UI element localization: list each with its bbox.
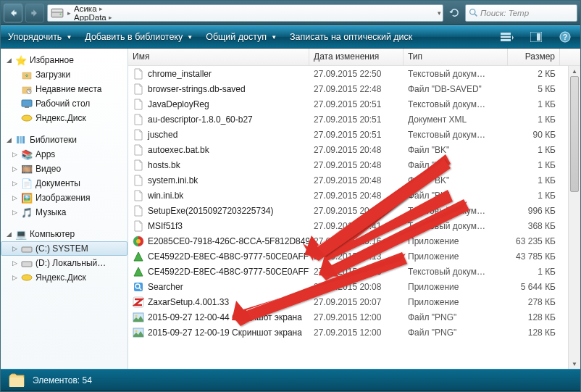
- file-type: Приложение: [404, 251, 508, 262]
- file-row[interactable]: browser-strings.db-saved27.09.2015 22:48…: [128, 81, 580, 96]
- search-input[interactable]: Поиск: Temp: [465, 4, 577, 22]
- sidebar-item-music[interactable]: ▷🎵Музыка: [1, 205, 128, 220]
- file-name: MSIf51f3: [148, 221, 183, 231]
- column-size[interactable]: Размер: [508, 49, 560, 65]
- svg-line-4: [475, 14, 477, 16]
- sidebar-item-desktop[interactable]: Рабочий стол: [1, 96, 128, 111]
- file-type: Файл "PNG": [404, 312, 508, 322]
- file-size: 1 КБ: [508, 114, 560, 125]
- file-date: 27.09.2015 20:51: [309, 130, 404, 140]
- file-type: Текстовый докум…: [404, 130, 508, 140]
- svg-rect-7: [501, 39, 511, 41]
- file-name: SetupExe(20150927203225734): [148, 206, 273, 216]
- sidebar-item-drive-c[interactable]: ▷(C:) SYSTEM: [1, 241, 128, 256]
- back-button[interactable]: [4, 4, 22, 22]
- file-row[interactable]: au-descriptor-1.8.0_60-b2727.09.2015 20:…: [128, 112, 580, 127]
- file-row[interactable]: 2015-09-27 12-00-44 Скриншот экрана27.09…: [128, 309, 580, 325]
- file-row[interactable]: hosts.bk27.09.2015 20:48Файл "BK"1 КБ: [128, 157, 580, 172]
- file-name: 2015-09-27 12-00-19 Скриншот экрана: [148, 328, 302, 338]
- file-type: Файл "BK": [404, 160, 508, 170]
- sidebar-item-yandex-disk[interactable]: Яндекс.Диск: [1, 111, 128, 125]
- scroll-down-button[interactable]: ▼: [569, 359, 580, 369]
- breadcrumb-segment[interactable]: Асика▸: [71, 4, 138, 13]
- file-row[interactable]: chrome_installer27.09.2015 22:50Текстовы…: [128, 66, 580, 81]
- breadcrumb[interactable]: ▸ (C:) SYSTEM▸Пользователи▸Асика▸AppData…: [47, 4, 443, 22]
- file-row[interactable]: CE45922D-E8EC-4B8C-9777-50CE0AFF7EEF27.0…: [128, 264, 580, 279]
- file-row[interactable]: system.ini.bk27.09.2015 20:48Файл "BK"1 …: [128, 172, 580, 188]
- file-name: E2085CE0-7918-426C-8CCA-5F812D849749: [148, 236, 309, 246]
- sidebar-item-documents[interactable]: ▷📄Документы: [1, 176, 128, 191]
- folder-icon: [8, 372, 25, 389]
- desktop-icon: [21, 98, 33, 109]
- add-to-library-button[interactable]: Добавить в библиотеку▼: [85, 32, 193, 42]
- file-size: 368 КБ: [508, 221, 560, 231]
- burn-disc-button[interactable]: Записать на оптический диск: [290, 32, 412, 42]
- help-button[interactable]: ?: [557, 29, 573, 45]
- file-list-pane: Имя Дата изменения Тип Размер chrome_ins…: [128, 49, 580, 369]
- vertical-scrollbar[interactable]: ▲ ▼: [568, 66, 580, 369]
- sidebar: ◢⭐Избранное Загрузки Недавние места Рабо…: [1, 49, 128, 369]
- sidebar-computer[interactable]: ◢💻Компьютер: [1, 227, 128, 241]
- file-type: Приложение: [404, 236, 508, 246]
- column-headers: Имя Дата изменения Тип Размер: [128, 49, 580, 66]
- music-icon: 🎵: [21, 207, 33, 218]
- forward-button[interactable]: [25, 4, 44, 22]
- sidebar-libraries[interactable]: ◢Библиотеки: [1, 133, 128, 147]
- svg-rect-5: [501, 33, 511, 35]
- svg-rect-18: [22, 136, 25, 143]
- preview-pane-button[interactable]: [528, 29, 544, 45]
- scroll-up-button[interactable]: ▲: [569, 66, 580, 76]
- star-icon: ⭐: [15, 54, 27, 66]
- file-row[interactable]: Searcher27.09.2015 20:08Приложение5 644 …: [128, 279, 580, 294]
- file-date: 27.09.2015 20:51: [309, 114, 404, 125]
- svg-rect-1: [51, 9, 63, 12]
- sidebar-item-video[interactable]: ▷🎞️Видео: [1, 162, 128, 176]
- file-date: 27.09.2015 12:00: [309, 312, 404, 322]
- status-bar: Элементов: 54: [1, 369, 580, 391]
- file-date: 27.09.2015 22:48: [309, 84, 404, 94]
- file-row[interactable]: JavaDeployReg27.09.2015 20:51Текстовый д…: [128, 96, 580, 112]
- breadcrumb-segment[interactable]: AppData▸: [71, 13, 138, 22]
- organize-button[interactable]: Упорядочить▼: [8, 32, 72, 42]
- file-row[interactable]: ZaxarSetup.4.001.3327.09.2015 20:07Прило…: [128, 294, 580, 309]
- sidebar-item-pictures[interactable]: ▷🖼️Изображения: [1, 191, 128, 205]
- file-name: CE45922D-E8EC-4B8C-9777-50CE0AFF7E…: [148, 251, 309, 262]
- sidebar-item-drive-d[interactable]: ▷(D:) Локальный…: [1, 256, 128, 270]
- sidebar-favorites[interactable]: ◢⭐Избранное: [1, 53, 128, 67]
- refresh-button[interactable]: [446, 5, 462, 21]
- file-name: au-descriptor-1.8.0_60-b27: [148, 114, 253, 125]
- file-size: 1 КБ: [508, 99, 560, 109]
- sidebar-item-downloads[interactable]: Загрузки: [1, 67, 128, 82]
- file-row[interactable]: win.ini.bk27.09.2015 20:48Файл "BK"1 КБ: [128, 188, 580, 203]
- file-type: Текстовый докум…: [404, 99, 508, 109]
- file-row[interactable]: 2015-09-27 12-00-19 Скриншот экрана27.09…: [128, 325, 580, 340]
- svg-point-23: [136, 239, 141, 243]
- downloads-icon: [21, 69, 33, 80]
- file-size: 278 КБ: [508, 297, 560, 307]
- sidebar-item-recent[interactable]: Недавние места: [1, 82, 128, 96]
- dropdown-icon[interactable]: ▾: [438, 9, 441, 17]
- sidebar-item-yandex-disk-2[interactable]: ▷Яндекс.Диск: [1, 270, 128, 285]
- file-row[interactable]: autoexec.bat.bk27.09.2015 20:48Файл "BK"…: [128, 142, 580, 157]
- libraries-icon: [15, 134, 27, 146]
- column-date[interactable]: Дата изменения: [309, 49, 404, 65]
- file-row[interactable]: CE45922D-E8EC-4B8C-9777-50CE0AFF7E…27.09…: [128, 249, 580, 264]
- file-name: autoexec.bat.bk: [148, 145, 209, 155]
- file-type: Текстовый докум…: [404, 221, 508, 231]
- file-row[interactable]: MSIf51f327.09.2015 20:41Текстовый докум……: [128, 218, 580, 233]
- sidebar-item-apps[interactable]: ▷📚Apps: [1, 147, 128, 162]
- scroll-thumb[interactable]: [570, 76, 579, 192]
- file-date: 27.09.2015 12:00: [309, 328, 404, 338]
- file-row[interactable]: SetupExe(20150927203225734)27.09.2015 20…: [128, 203, 580, 218]
- view-options-button[interactable]: [499, 29, 515, 45]
- file-date: 27.09.2015 20:13: [309, 267, 404, 277]
- svg-rect-13: [22, 100, 32, 107]
- drive-icon: [21, 243, 33, 254]
- file-row[interactable]: jusched27.09.2015 20:51Текстовый докум…9…: [128, 127, 580, 142]
- file-row[interactable]: E2085CE0-7918-426C-8CCA-5F812D84974927.0…: [128, 233, 580, 249]
- column-type[interactable]: Тип: [404, 49, 508, 65]
- column-name[interactable]: Имя: [128, 49, 309, 65]
- svg-rect-14: [25, 107, 29, 108]
- share-button[interactable]: Общий доступ▼: [206, 32, 277, 42]
- drive-icon: [51, 7, 64, 20]
